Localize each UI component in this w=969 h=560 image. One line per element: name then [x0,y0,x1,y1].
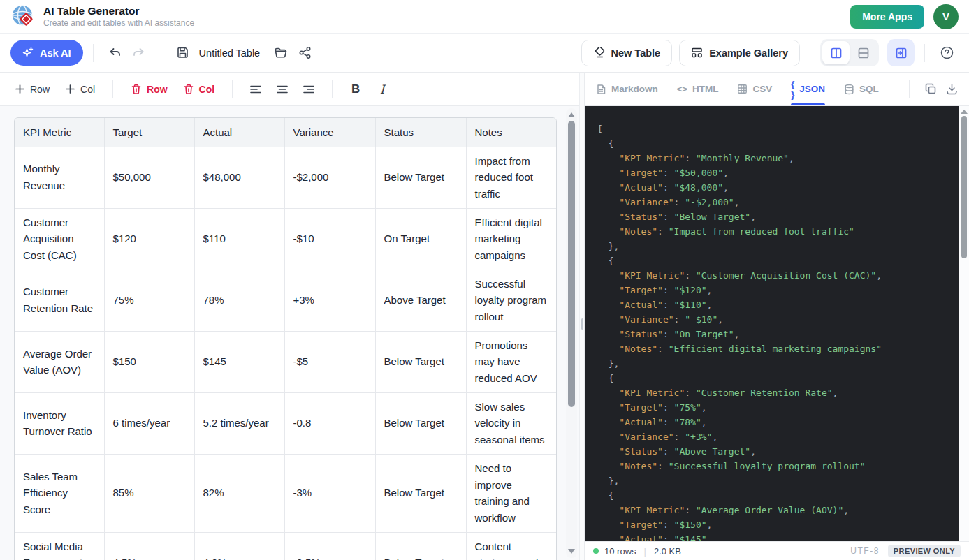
align-left-button[interactable] [242,78,269,101]
code-line: "Status": "On Target", [597,327,948,341]
table-cell[interactable]: Inventory Turnover Ratio [15,392,104,454]
tab-markdown[interactable]: Markdown [596,73,658,105]
add-row-button[interactable]: Row [7,80,57,99]
table-cell[interactable]: 4.5% [104,532,194,560]
plus-icon [15,84,25,94]
database-icon [844,84,854,95]
table-cell[interactable]: Average Order Value (AOV) [15,331,104,392]
tab-json[interactable]: { } JSON [791,73,825,105]
save-icon-button[interactable] [171,41,195,65]
table-cell[interactable]: Content strategy needs refinement [466,532,557,560]
scrollbar-thumb[interactable] [961,116,967,258]
help-button[interactable] [935,41,959,65]
code-line: }, [597,473,948,488]
table-cell[interactable]: +3% [284,270,375,331]
table-cell[interactable]: Successful loyalty program rollout [466,270,557,331]
table-cell[interactable]: 75% [104,270,194,331]
panel-resize-handle[interactable] [579,73,585,560]
code-line: "Status": "Below Target", [597,209,948,224]
table-cell[interactable]: $150 [104,331,194,392]
table-cell[interactable]: $120 [104,208,194,270]
divider [93,44,94,62]
align-center-button[interactable] [269,78,296,101]
table-cell[interactable]: Impact from reduced foot traffic [466,147,557,208]
tab-html[interactable]: <> HTML [677,73,719,105]
share-icon-button[interactable] [293,41,316,65]
redo-button[interactable] [127,41,151,65]
scroll-up-arrow[interactable] [961,110,968,114]
table-cell[interactable]: Below Target [375,532,466,560]
open-folder-button[interactable] [269,41,293,65]
scrollbar-thumb[interactable] [568,121,575,407]
table-cell[interactable]: 85% [104,454,194,532]
table-cell[interactable]: Customer Retention Rate [15,270,104,331]
toolbar-right-group: New Table Example Gallery [581,39,959,66]
table-cell[interactable]: $110 [194,208,284,270]
table-cell[interactable]: 78% [194,270,284,331]
table-cell[interactable]: $145 [194,331,284,392]
new-table-button[interactable]: New Table [581,40,673,66]
column-header[interactable]: Variance [284,118,375,147]
table-cell[interactable]: Above Target [375,270,466,331]
table-cell[interactable]: -0.8 [284,392,375,454]
copy-button[interactable] [921,79,942,100]
table-cell[interactable]: Slow sales velocity in seasonal items [466,392,557,454]
plus-icon [65,84,75,94]
bold-button[interactable]: B [342,78,369,101]
more-apps-button[interactable]: More Apps [850,5,924,29]
table-cell[interactable]: On Target [375,208,466,270]
export-actions [898,79,963,100]
table-cell[interactable]: Social Media Engagement Rate [15,532,104,560]
delete-col-button[interactable]: Col [175,80,223,99]
split-horizontal-toggle[interactable] [850,41,877,64]
table-cell[interactable]: -3% [284,454,375,532]
table-cell[interactable]: Below Target [375,147,466,208]
table-cell[interactable]: 5.2 times/year [194,392,284,454]
ask-ai-button[interactable]: Ask AI [10,40,83,66]
column-header[interactable]: Actual [194,118,284,147]
tab-csv[interactable]: CSV [737,73,772,105]
italic-button[interactable]: I [369,78,395,101]
main-toolbar: Ask AI Untitled Table [0,34,969,73]
scroll-up-arrow[interactable] [568,112,575,117]
table-cell[interactable]: -$2,000 [284,147,375,208]
table-cell[interactable]: Customer Acquisition Cost (CAC) [15,208,104,270]
code-line: "Target": "$150", [597,517,948,532]
collapse-panel-button[interactable] [887,39,915,66]
align-right-button[interactable] [296,78,322,101]
table-cell[interactable]: Monthly Revenue [15,147,104,208]
table-cell[interactable]: -$5 [284,331,375,392]
layout-toggle-group [820,39,879,66]
table-row: Average Order Value (AOV)$150$145-$5Belo… [15,331,557,392]
user-avatar[interactable]: V [933,4,959,29]
table-cell[interactable]: 4.0% [194,532,284,560]
kpi-table-body: Monthly Revenue$50,000$48,000-$2,000Belo… [15,147,557,560]
delete-row-button[interactable]: Row [123,80,175,99]
table-cell[interactable]: 6 times/year [104,392,194,454]
download-button[interactable] [942,79,963,100]
table-cell[interactable]: -$10 [284,208,375,270]
document-title[interactable]: Untitled Table [199,47,261,59]
json-code: [ { "KPI Metric": "Monthly Revenue", "Ta… [597,121,948,541]
table-cell[interactable]: Below Target [375,454,466,532]
undo-button[interactable] [103,41,127,65]
table-cell[interactable]: $48,000 [194,147,284,208]
example-gallery-button[interactable]: Example Gallery [679,40,800,66]
table-cell[interactable]: Need to improve training and workflow [466,454,557,532]
table-cell[interactable]: Promotions may have reduced AOV [466,331,557,392]
scroll-down-arrow[interactable] [568,549,575,554]
table-cell[interactable]: Below Target [375,392,466,454]
table-cell[interactable]: -0.5% [284,532,375,560]
tab-sql[interactable]: SQL [844,73,879,105]
add-col-button[interactable]: Col [57,80,103,99]
table-cell[interactable]: Below Target [375,331,466,392]
table-cell[interactable]: Sales Team Efficiency Score [15,454,104,532]
table-cell[interactable]: 82% [194,454,284,532]
table-cell[interactable]: Efficient digital marketing campaigns [466,208,557,270]
column-header[interactable]: Target [104,118,194,147]
column-header[interactable]: KPI Metric [15,118,104,147]
column-header[interactable]: Notes [466,118,557,147]
table-cell[interactable]: $50,000 [104,147,194,208]
column-header[interactable]: Status [375,118,466,147]
split-vertical-toggle[interactable] [822,41,850,64]
